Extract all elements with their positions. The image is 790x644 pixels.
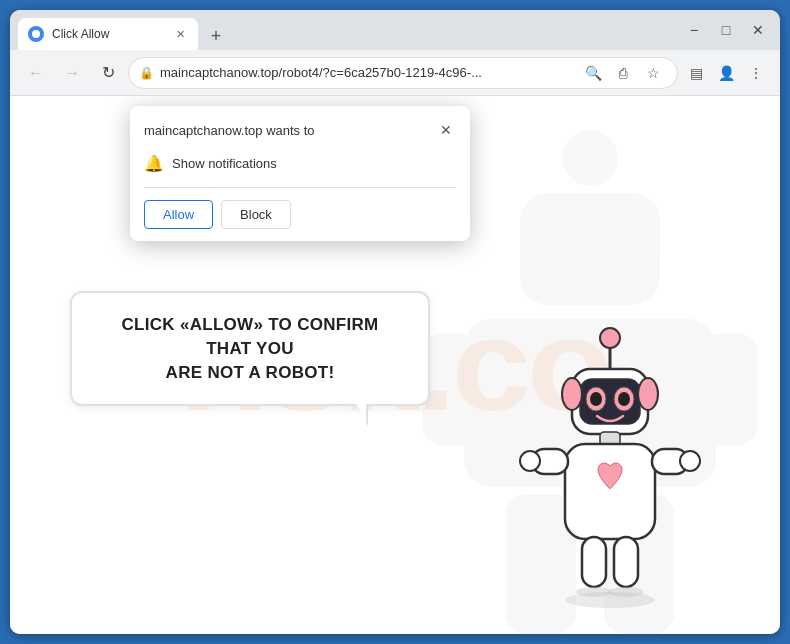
address-actions: 🔍 ⎙ ☆ (579, 59, 667, 87)
browser-toolbar: ← → ↻ 🔒 maincaptchanow.top/robot4/?c=6ca… (10, 50, 780, 96)
svg-point-8 (600, 328, 620, 348)
profile-icon[interactable]: 👤 (712, 59, 740, 87)
toolbar-actions: ▤ 👤 ⋮ (682, 59, 770, 87)
address-bar[interactable]: 🔒 maincaptchanow.top/robot4/?c=6ca257b0-… (128, 57, 678, 89)
svg-rect-3 (422, 333, 478, 445)
svg-point-14 (618, 392, 630, 406)
svg-point-27 (565, 592, 655, 608)
popup-close-button[interactable]: ✕ (436, 120, 456, 140)
permission-text: Show notifications (172, 156, 277, 171)
tab-strip: Click Allow ✕ + (18, 10, 672, 50)
speech-bubble: CLICK «ALLOW» TO CONFIRM THAT YOU ARE NO… (70, 291, 430, 406)
tab-title: Click Allow (52, 27, 164, 41)
forward-button[interactable]: → (56, 57, 88, 89)
svg-point-0 (562, 130, 618, 186)
tab-close-button[interactable]: ✕ (172, 26, 188, 42)
search-icon[interactable]: 🔍 (579, 59, 607, 87)
active-tab[interactable]: Click Allow ✕ (18, 18, 198, 50)
popup-buttons: Allow Block (130, 188, 470, 241)
browser-window: Click Allow ✕ + − □ ✕ ← → ↻ 🔒 maincaptch… (10, 10, 780, 634)
lock-icon: 🔒 (139, 66, 154, 80)
notification-popup: maincaptchanow.top wants to ✕ 🔔 Show not… (130, 106, 470, 241)
menu-icon[interactable]: ⋮ (742, 59, 770, 87)
svg-point-13 (590, 392, 602, 406)
reload-button[interactable]: ↻ (92, 57, 124, 89)
minimize-button[interactable]: − (680, 16, 708, 44)
title-bar: Click Allow ✕ + − □ ✕ (10, 10, 780, 50)
tab-favicon (28, 26, 44, 42)
popup-site-text: maincaptchanow.top wants to (144, 123, 315, 138)
block-button[interactable]: Block (221, 200, 291, 229)
back-button[interactable]: ← (20, 57, 52, 89)
popup-header: maincaptchanow.top wants to ✕ (130, 106, 470, 150)
allow-button[interactable]: Allow (144, 200, 213, 229)
svg-rect-18 (565, 444, 655, 539)
new-tab-button[interactable]: + (202, 22, 230, 50)
maximize-button[interactable]: □ (712, 16, 740, 44)
bookmark-icon[interactable]: ☆ (639, 59, 667, 87)
svg-rect-1 (520, 193, 660, 305)
popup-permission: 🔔 Show notifications (130, 150, 470, 187)
svg-point-15 (562, 378, 582, 410)
robot-character (500, 314, 720, 614)
svg-rect-24 (614, 537, 638, 587)
close-button[interactable]: ✕ (744, 16, 772, 44)
svg-rect-23 (582, 537, 606, 587)
svg-point-22 (680, 451, 700, 471)
svg-point-16 (638, 378, 658, 410)
sidebar-icon[interactable]: ▤ (682, 59, 710, 87)
bell-icon: 🔔 (144, 154, 164, 173)
cta-container: CLICK «ALLOW» TO CONFIRM THAT YOU ARE NO… (70, 291, 430, 406)
svg-point-20 (520, 451, 540, 471)
cta-text: CLICK «ALLOW» TO CONFIRM THAT YOU ARE NO… (100, 313, 400, 384)
url-text: maincaptchanow.top/robot4/?c=6ca257b0-12… (160, 65, 573, 80)
share-icon[interactable]: ⎙ (609, 59, 637, 87)
page-content: risk.co maincaptchanow.top wants to ✕ 🔔 (10, 96, 780, 634)
window-controls: − □ ✕ (680, 16, 772, 44)
